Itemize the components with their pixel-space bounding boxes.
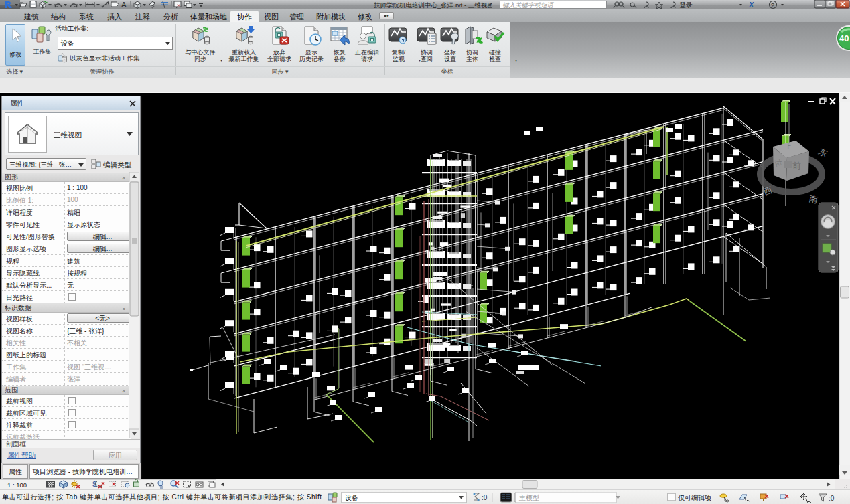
svg-text:主模型: 主模型 [518,494,539,501]
svg-text::0: :0 [482,494,488,501]
svg-text:仅可编辑项: 仅可编辑项 [678,494,711,501]
svg-text:南: 南 [808,193,819,205]
svg-text:东: 东 [817,146,829,159]
svg-text:前: 前 [792,161,801,171]
svg-text:40: 40 [839,33,849,44]
svg-text:1 : 100: 1 : 100 [7,481,27,489]
svg-text::0: :0 [829,495,835,502]
svg-text:?: ? [771,2,774,9]
svg-text:A: A [121,1,127,9]
svg-text:上: 上 [784,143,792,150]
svg-text:登录: 登录 [679,1,693,9]
svg-text:设备: 设备 [344,494,358,501]
svg-text:X: X [748,1,754,9]
